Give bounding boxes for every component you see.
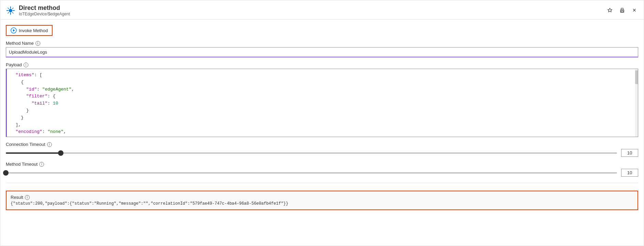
connection-timeout-value[interactable]: 10 (621, 149, 638, 157)
payload-line-5: "tail": 10 (10, 100, 634, 107)
header-actions: × (606, 6, 638, 15)
payload-label-row: Payload i (6, 62, 638, 67)
result-info-icon[interactable]: i (25, 195, 30, 200)
connection-timeout-slider[interactable] (6, 152, 617, 154)
method-timeout-info-icon[interactable]: i (39, 162, 44, 167)
panel-logo-icon (6, 6, 15, 15)
method-timeout-group: Method Timeout i 10 (6, 162, 638, 177)
result-section: Result i {"status":200,"payload":{"statu… (6, 191, 638, 210)
payload-line-1: "items": [ (10, 72, 634, 79)
payload-info-icon[interactable]: i (24, 63, 28, 67)
svg-marker-13 (13, 29, 15, 32)
panel-body: Invoke Method Method Name i Payload i "i… (0, 19, 644, 246)
connection-timeout-info-icon[interactable]: i (47, 142, 52, 147)
result-label-row: Result i (11, 195, 633, 200)
invoke-method-label: Invoke Method (19, 28, 48, 33)
connection-timeout-thumb (58, 150, 63, 156)
svg-line-7 (12, 8, 14, 9)
method-timeout-thumb (3, 170, 9, 176)
invoke-circle-arrow-icon (11, 27, 17, 33)
invoke-method-button[interactable]: Invoke Method (6, 25, 53, 36)
result-content: {"status":200,"payload":{"status":"Runni… (11, 201, 633, 206)
method-timeout-value[interactable]: 10 (621, 169, 638, 177)
payload-scrollbar-thumb[interactable] (635, 70, 638, 84)
payload-line-2: { (10, 79, 634, 86)
direct-method-panel: Direct method IoTEdgeDevice/$edgeAgent × (0, 0, 644, 246)
invoke-icon (11, 27, 17, 33)
method-timeout-label: Method Timeout (6, 162, 38, 167)
method-timeout-slider-row: 10 (6, 169, 638, 177)
payload-line-8: ], (10, 122, 634, 129)
close-button[interactable]: × (630, 6, 638, 15)
payload-label: Payload (6, 62, 22, 67)
panel-header: Direct method IoTEdgeDevice/$edgeAgent × (0, 0, 644, 19)
method-name-input[interactable] (6, 47, 638, 57)
payload-line-6: } (10, 107, 634, 114)
method-name-info-icon[interactable]: i (35, 41, 40, 46)
invoke-method-section: Invoke Method (6, 25, 638, 36)
svg-point-0 (9, 9, 12, 12)
payload-line-3: "id": "edgeAgent", (10, 86, 634, 93)
payload-line-10: "contentType": "text" (10, 136, 634, 137)
payload-scrollbar[interactable] (635, 69, 638, 137)
svg-rect-11 (621, 11, 623, 12)
connection-timeout-fill (6, 152, 61, 154)
pin-icon (607, 8, 613, 13)
payload-line-4: "filter": { (10, 93, 634, 100)
method-name-label: Method Name (6, 41, 34, 46)
method-name-label-row: Method Name i (6, 41, 638, 46)
title-group: Direct method IoTEdgeDevice/$edgeAgent (19, 4, 602, 16)
connection-timeout-label: Connection Timeout (6, 142, 45, 147)
panel-title: Direct method (19, 4, 602, 12)
method-timeout-slider[interactable] (6, 172, 617, 174)
print-icon (619, 8, 625, 13)
connection-timeout-label-row: Connection Timeout i (6, 142, 638, 147)
section-divider (6, 183, 638, 183)
payload-line-9: "encoding": "none", (10, 128, 634, 136)
method-name-field-group: Method Name i (6, 41, 638, 57)
result-label: Result (11, 195, 23, 200)
payload-display[interactable]: "items": [ { "id": "edgeAgent", "filter"… (6, 69, 638, 137)
payload-field-group: Payload i "items": [ { "id": "edgeAgent"… (6, 62, 638, 137)
svg-rect-10 (621, 8, 623, 10)
connection-timeout-group: Connection Timeout i 10 (6, 142, 638, 157)
svg-line-8 (8, 12, 9, 13)
panel-subtitle: IoTEdgeDevice/$edgeAgent (19, 12, 602, 16)
payload-line-7: } (10, 114, 634, 122)
pin-button[interactable] (606, 7, 614, 14)
print-button[interactable] (618, 7, 626, 14)
svg-line-5 (8, 8, 9, 9)
svg-line-6 (12, 12, 14, 13)
method-timeout-label-row: Method Timeout i (6, 162, 638, 167)
connection-timeout-slider-row: 10 (6, 149, 638, 157)
